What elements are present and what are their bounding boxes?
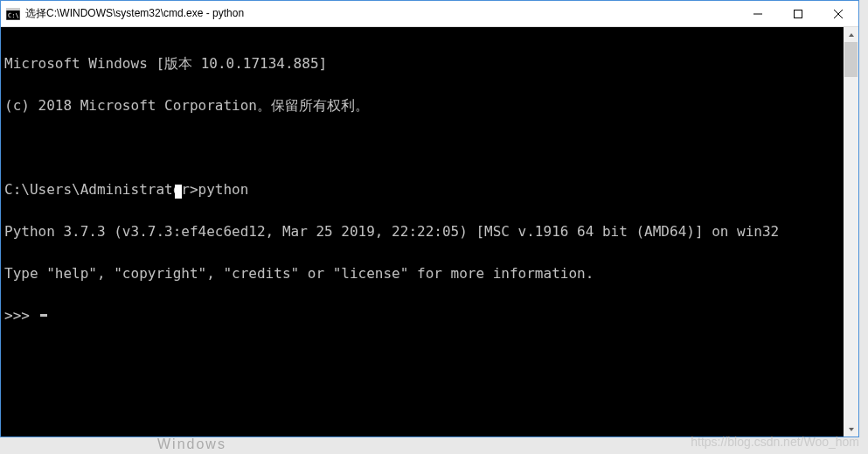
- scroll-track[interactable]: [844, 42, 858, 422]
- terminal-line: Python 3.7.3 (v3.7.3:ef4ec6ed12, Mar 25 …: [4, 225, 840, 239]
- terminal-line: C:\Users\Administrator>python: [4, 183, 840, 197]
- terminal-content[interactable]: Microsoft Windows [版本 10.0.17134.885] (c…: [1, 27, 844, 437]
- python-prompt: >>>: [4, 309, 38, 323]
- cmd-icon: C:\: [6, 7, 20, 21]
- selection-cursor: [175, 185, 182, 199]
- svg-text:C:\: C:\: [8, 12, 19, 19]
- cmd-window: C:\ 选择C:\WINDOWS\system32\cmd.exe - pyth…: [0, 0, 859, 437]
- svg-rect-1: [6, 8, 20, 10]
- vertical-scrollbar[interactable]: [844, 27, 858, 437]
- window-controls: [738, 1, 858, 26]
- titlebar-left: C:\ 选择C:\WINDOWS\system32\cmd.exe - pyth…: [1, 6, 244, 21]
- close-button[interactable]: [818, 1, 858, 26]
- terminal-line: [4, 141, 840, 155]
- watermark-text: https://blog.csdn.net/Woo_hom: [691, 435, 859, 449]
- maximize-button[interactable]: [778, 1, 818, 26]
- terminal-line: Microsoft Windows [版本 10.0.17134.885]: [4, 57, 840, 71]
- minimize-button[interactable]: [738, 1, 778, 26]
- scroll-thumb[interactable]: [844, 42, 858, 77]
- svg-marker-7: [849, 33, 854, 37]
- titlebar[interactable]: C:\ 选择C:\WINDOWS\system32\cmd.exe - pyth…: [1, 1, 858, 27]
- terminal-line: Type "help", "copyright", "credits" or "…: [4, 267, 840, 281]
- svg-marker-8: [849, 428, 854, 431]
- scroll-up-button[interactable]: [844, 27, 858, 42]
- text-cursor: [40, 314, 47, 317]
- window-title: 选择C:\WINDOWS\system32\cmd.exe - python: [25, 6, 244, 21]
- terminal-line: (c) 2018 Microsoft Corporation。保留所有权利。: [4, 99, 840, 113]
- svg-rect-4: [795, 10, 802, 17]
- python-prompt-line: >>>: [4, 309, 840, 323]
- terminal-area: Microsoft Windows [版本 10.0.17134.885] (c…: [1, 27, 858, 437]
- background-text: Windows: [157, 437, 226, 452]
